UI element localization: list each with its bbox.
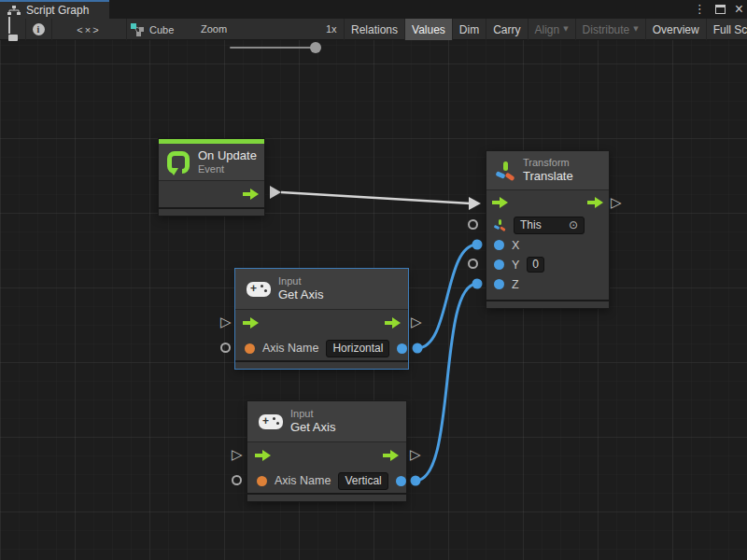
- relations-button[interactable]: Relations: [344, 19, 404, 40]
- node-title: On Update: [198, 148, 257, 163]
- close-icon[interactable]: ×: [735, 1, 743, 18]
- translate-target-port-circle[interactable]: [468, 219, 478, 230]
- axis-name-field[interactable]: Vertical: [338, 472, 388, 490]
- getaxish-input-port-triangle[interactable]: ▷: [220, 315, 232, 329]
- window-tab-bar: Script Graph ⋮ ×: [0, 0, 747, 19]
- transform-mini-icon: [494, 219, 506, 231]
- control-output-arrow-icon[interactable]: [587, 197, 603, 208]
- carry-button[interactable]: Carry: [486, 19, 527, 40]
- code-view-icon: <×>: [77, 24, 100, 35]
- tab-title: Script Graph: [26, 4, 89, 17]
- chevron-down-icon: ▼: [633, 26, 638, 33]
- chevron-down-icon: ▼: [563, 26, 568, 33]
- node-category: Input: [290, 408, 335, 420]
- port-row-z: Z: [486, 274, 609, 294]
- zoom-value: 1x: [326, 23, 337, 35]
- node-title: Get Axis: [278, 287, 323, 302]
- gamepad-icon: [259, 414, 283, 429]
- value-row: Axis Name Horizontal: [235, 336, 408, 360]
- node-footer: [159, 207, 264, 216]
- graph-name-label: Cube: [149, 24, 174, 35]
- zoom-label: Zoom: [201, 23, 227, 35]
- control-row: [486, 190, 609, 215]
- align-dropdown[interactable]: Align ▼: [528, 19, 575, 40]
- full-screen-button[interactable]: Full Screen: [706, 19, 747, 40]
- result-port-dot[interactable]: [397, 343, 407, 354]
- node-title: Translate: [523, 169, 573, 184]
- target-field-value: This: [520, 218, 542, 232]
- y-port-dot[interactable]: [494, 259, 504, 270]
- axis-name-field[interactable]: Horizontal: [326, 340, 389, 357]
- control-output-arrow-icon[interactable]: [243, 189, 259, 200]
- port-row-x: X: [486, 235, 609, 255]
- x-port-label: X: [512, 239, 519, 252]
- info-button[interactable]: i: [25, 19, 51, 40]
- zoom-slider-handle[interactable]: [310, 42, 321, 53]
- tab-script-graph[interactable]: Script Graph: [0, 0, 109, 19]
- on-update-loop-icon: [166, 150, 190, 175]
- axis-name-port-dot[interactable]: [245, 343, 255, 354]
- node-header: Input Get Axis: [247, 401, 406, 442]
- node-category: Transform: [523, 157, 573, 169]
- translate-y-port-circle[interactable]: [468, 259, 478, 269]
- y-value-field[interactable]: 0: [527, 257, 544, 273]
- target-row: This ⊙: [486, 215, 609, 235]
- script-graph-icon: [7, 6, 21, 16]
- z-port-dot[interactable]: [494, 279, 504, 289]
- info-icon: i: [33, 23, 45, 35]
- result-port-dot[interactable]: [396, 476, 406, 486]
- control-row: [159, 181, 264, 207]
- node-category: Input: [278, 275, 323, 287]
- node-get-axis-vertical[interactable]: Input Get Axis Axis Name Vertical: [247, 401, 406, 501]
- graph-node-icon: [131, 23, 145, 36]
- node-header: Input Get Axis: [235, 269, 408, 310]
- object-picker-icon[interactable]: ⊙: [569, 218, 578, 232]
- maximize-icon[interactable]: [715, 5, 726, 14]
- node-footer: [235, 360, 408, 369]
- node-on-update[interactable]: On Update Event: [159, 139, 264, 216]
- control-row: [247, 442, 406, 469]
- gamepad-icon: [247, 282, 271, 297]
- graph-toolbar: i <×> Cube Zoom 1x Relations Values Dim …: [0, 19, 747, 40]
- axis-name-label: Axis Name: [262, 342, 318, 355]
- z-port-label: Z: [512, 278, 519, 291]
- getaxisv-axisname-port-circle[interactable]: [232, 475, 242, 485]
- control-input-arrow-icon[interactable]: [243, 317, 259, 329]
- target-field[interactable]: This ⊙: [514, 217, 585, 234]
- x-port-dot[interactable]: [494, 240, 504, 250]
- node-footer: [486, 300, 609, 308]
- code-view-button[interactable]: <×>: [51, 19, 126, 40]
- dim-button[interactable]: Dim: [452, 19, 486, 40]
- graph-breadcrumb[interactable]: Cube: [131, 19, 174, 40]
- node-translate[interactable]: Transform Translate This ⊙ X Y 0 Z: [486, 151, 609, 308]
- control-input-arrow-icon[interactable]: [255, 450, 271, 461]
- node-header: Transform Translate: [486, 151, 609, 190]
- node-footer: [247, 493, 406, 501]
- lock-button[interactable]: [0, 19, 25, 40]
- lock-icon: [8, 18, 18, 41]
- control-row: [235, 310, 408, 336]
- window-menu-icon[interactable]: ⋮: [694, 0, 706, 19]
- node-header: On Update Event: [159, 144, 264, 181]
- values-button[interactable]: Values: [404, 19, 452, 40]
- node-get-axis-horizontal[interactable]: Input Get Axis Axis Name Horizontal: [235, 269, 408, 369]
- control-output-arrow-icon[interactable]: [385, 317, 401, 329]
- axis-name-label: Axis Name: [275, 474, 331, 487]
- port-row-y: Y 0: [486, 255, 609, 274]
- translate-output-port-triangle[interactable]: ▷: [611, 196, 622, 210]
- value-row: Axis Name Vertical: [247, 469, 406, 493]
- node-subtitle: Event: [198, 163, 257, 175]
- zoom-slider-track[interactable]: [230, 47, 314, 49]
- getaxisv-output-port-triangle[interactable]: ▷: [410, 448, 421, 462]
- control-output-arrow-icon[interactable]: [383, 450, 399, 461]
- overview-button[interactable]: Overview: [645, 19, 706, 40]
- node-title: Get Axis: [290, 420, 335, 435]
- getaxish-output-port-triangle[interactable]: ▷: [411, 315, 422, 329]
- y-port-label: Y: [512, 259, 519, 272]
- getaxisv-input-port-triangle[interactable]: ▷: [232, 448, 243, 462]
- getaxish-axisname-port-circle[interactable]: [220, 343, 231, 353]
- axis-name-port-dot[interactable]: [257, 476, 267, 486]
- control-input-arrow-icon[interactable]: [492, 197, 508, 208]
- distribute-dropdown[interactable]: Distribute ▼: [575, 19, 645, 40]
- transform-axis-icon: [495, 161, 515, 181]
